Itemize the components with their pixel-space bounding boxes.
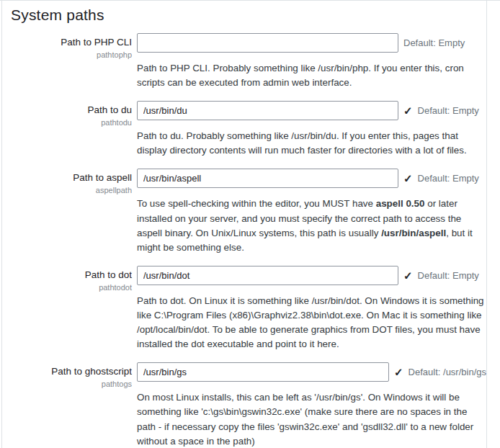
setting-row-aspellpath: Path to aspell aspellpath ✓ Default: Emp… [11, 169, 486, 254]
setting-row-pathtodu: Path to du pathtodu ✓ Default: Empty Pat… [11, 101, 486, 158]
page-title: System paths [11, 6, 486, 24]
setting-label-pathtodu: Path to du [11, 104, 132, 117]
setting-row-pathtogs: Path to ghostscript pathtogs ✓ Default: … [11, 362, 486, 448]
default-value-pathtodot: Default: Empty [418, 270, 479, 281]
setting-label-pathtodot: Path to dot [11, 269, 132, 282]
check-icon: ✓ [403, 105, 413, 116]
system-paths-settings-card: System paths Path to PHP CLI pathtophp D… [1, 1, 487, 448]
setting-label-pathtogs: Path to ghostscript [11, 366, 132, 378]
pathtophp-input[interactable] [137, 33, 398, 53]
check-icon: ✓ [403, 173, 413, 184]
aspellpath-input[interactable] [137, 169, 398, 188]
default-value-pathtophp: Default: Empty [403, 37, 465, 48]
description-text-bold: /usr/bin/aspell [381, 228, 446, 238]
description-text: To use spell-checking within the editor,… [137, 198, 376, 209]
pathtodot-input[interactable] [137, 266, 398, 285]
setting-description-pathtophp: Path to PHP CLI. Probably something like… [137, 61, 488, 90]
setting-shortname-pathtodu: pathtodu [11, 118, 132, 127]
default-value-pathtogs: Default: /usr/bin/gs [409, 367, 486, 377]
setting-shortname-pathtophp: pathtophp [11, 50, 132, 59]
check-icon: ✓ [403, 270, 413, 281]
default-value-aspellpath: Default: Empty [418, 173, 479, 184]
pathtodu-input[interactable] [137, 101, 398, 120]
setting-row-pathtophp: Path to PHP CLI pathtophp Default: Empty… [11, 33, 486, 90]
check-icon: ✓ [394, 367, 403, 377]
setting-shortname-aspellpath: aspellpath [11, 186, 132, 194]
setting-label-aspellpath: Path to aspell [11, 172, 132, 184]
pathtogs-input[interactable] [137, 362, 389, 382]
setting-shortname-pathtodot: pathtodot [11, 283, 132, 292]
setting-row-pathtodot: Path to dot pathtodot ✓ Default: Empty P… [11, 266, 486, 351]
setting-description-pathtodot: Path to dot. On Linux it is something li… [137, 294, 488, 351]
default-value-pathtodu: Default: Empty [418, 105, 479, 116]
setting-description-pathtogs: On most Linux installs, this can be left… [137, 390, 488, 448]
setting-label-pathtophp: Path to PHP CLI [11, 37, 132, 49]
description-text-bold: aspell 0.50 [376, 198, 425, 209]
setting-description-aspellpath: To use spell-checking within the editor,… [137, 197, 488, 254]
setting-shortname-pathtogs: pathtogs [11, 380, 132, 388]
setting-description-pathtodu: Path to du. Probably something like /usr… [137, 129, 488, 158]
